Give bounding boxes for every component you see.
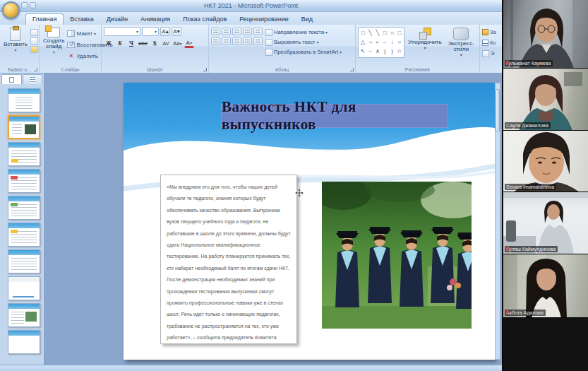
slide-thumbnail-3[interactable] [8, 142, 40, 166]
text-shadow-button[interactable]: S [150, 39, 160, 48]
font-name-combo[interactable]: ▾ [104, 27, 140, 36]
increase-indent-button[interactable] [243, 28, 252, 35]
arrange-button[interactable]: Упорядочить ▾ [407, 27, 443, 64]
quick-access-toolbar[interactable] [21, 2, 36, 8]
bold-button[interactable]: Ж [104, 39, 114, 48]
participant-video-4 [503, 192, 588, 254]
convert-smartart-button[interactable]: Преобразовать в SmartArt▾ [265, 47, 342, 57]
slide-thumbnail-1[interactable] [8, 88, 40, 112]
tab-insert[interactable]: Вставка [64, 14, 100, 25]
change-case-button[interactable]: Аа▾ [172, 39, 183, 48]
numbering-button[interactable] [222, 28, 231, 35]
video-tile-3[interactable]: Sevara Imamatdinova [503, 131, 588, 192]
undo-icon[interactable] [30, 2, 36, 8]
video-tile-5[interactable]: Акбота Адилова [503, 254, 588, 318]
smartart-icon [265, 49, 272, 56]
underline-button[interactable]: Ч [126, 39, 136, 48]
video-tile-2[interactable]: Сауле Джамилова [503, 69, 588, 131]
character-spacing-button[interactable]: AV [161, 39, 171, 48]
slide-thumbnail-8[interactable] [8, 276, 40, 300]
strikethrough-button[interactable]: abc [138, 39, 148, 48]
tab-design[interactable]: Дизайн [100, 14, 134, 25]
align-right-button[interactable] [232, 37, 241, 45]
tab-view[interactable]: Вид [295, 14, 319, 25]
muted-mic-icon [505, 60, 510, 66]
participant-video-2 [503, 69, 588, 131]
workspace: Важность НКТ для выпускников «Мы внедряе… [0, 73, 502, 365]
slide-thumbnail-6[interactable] [8, 223, 40, 247]
layout-icon [67, 30, 75, 37]
participant-video-5 [503, 254, 588, 318]
slide-thumbnail-7[interactable] [8, 249, 40, 273]
slide-thumbnail-5[interactable] [8, 196, 40, 220]
shape-fill-button[interactable]: За [482, 28, 502, 37]
quick-styles-button[interactable]: Экспресс-стили ▾ [445, 27, 477, 64]
tab-animation[interactable]: Анимация [134, 14, 176, 25]
participant-name-label: Sevara Imamatdinova [505, 184, 556, 190]
slide-thumbnail-10[interactable] [8, 330, 40, 354]
font-color-button[interactable]: А▾ [184, 39, 194, 48]
dialog-launcher-icon[interactable] [34, 68, 37, 71]
tab-slideshow[interactable]: Показ слайдов [176, 14, 233, 25]
align-text-icon [265, 39, 272, 46]
group-label-slides: Слайды [40, 67, 101, 72]
dialog-launcher-icon[interactable] [203, 68, 207, 71]
new-slide-button[interactable]: Создать слайд ▾ [42, 27, 66, 64]
delete-icon: × [67, 53, 75, 59]
video-tile-4[interactable]: Куляш Каймулдинова [503, 192, 588, 254]
graduates-photo[interactable] [322, 182, 472, 329]
sidebar-empty-area [503, 318, 588, 370]
shapes-gallery[interactable]: □╲╲□○□ △¬⌐←↓○ ↖~∧{}☆ [358, 27, 404, 58]
shape-outline-icon [482, 40, 488, 46]
participant-name-label: Куляш Каймулдинова [505, 246, 558, 252]
scrollbar-thumb[interactable] [496, 89, 500, 131]
video-tile-1[interactable]: Гульжанат Каумева [503, 0, 588, 69]
group-label-clipboard: Буфер о... [0, 67, 39, 72]
shape-effects-button[interactable]: Э [482, 49, 502, 58]
slide-canvas[interactable]: Важность НКТ для выпускников «Мы внедряе… [124, 83, 495, 360]
align-left-button[interactable] [211, 37, 220, 45]
ribbon: Вставить ▾ Буфер о... Создать слайд ▾ Ма… [0, 25, 502, 73]
window-title: НКТ 2021 - Microsoft PowerPoint [204, 2, 298, 9]
align-text-button[interactable]: Выровнять текст▾ [265, 37, 342, 47]
italic-button[interactable]: К [115, 39, 125, 48]
save-icon[interactable] [21, 2, 28, 8]
thumbnail-map [25, 312, 37, 322]
text-direction-button[interactable]: Направление текста▾ [265, 28, 342, 37]
line-spacing-button[interactable] [253, 28, 263, 35]
group-drawing: □╲╲□○□ △¬⌐←↓○ ↖~∧{}☆ Упорядочить ▾ Экспр… [356, 25, 480, 73]
tab-home[interactable]: Главная [25, 13, 64, 25]
shape-outline-button[interactable]: Ко [482, 38, 502, 47]
participant-name-label: Гульжанат Каумева [505, 60, 553, 66]
vertical-scrollbar[interactable] [495, 83, 500, 360]
slide-thumbnail-9[interactable] [8, 303, 40, 327]
shrink-font-button[interactable]: A▾ [172, 27, 181, 36]
format-painter-icon[interactable] [30, 46, 38, 53]
decrease-indent-button[interactable] [232, 28, 241, 35]
slide-title[interactable]: Важность НКТ для выпускников [221, 104, 448, 128]
muted-mic-icon [505, 310, 510, 316]
slide-thumbnail-2-active[interactable] [8, 115, 40, 139]
panel-tab-outline[interactable] [23, 74, 43, 84]
align-center-button[interactable] [222, 37, 231, 45]
office-button[interactable] [2, 1, 20, 19]
title-bar[interactable]: НКТ 2021 - Microsoft PowerPoint [0, 0, 502, 12]
shape-effects-icon [482, 50, 489, 57]
text-direction-icon [265, 29, 272, 36]
slide-thumbnail-4[interactable] [8, 169, 40, 193]
participant-name-label: Акбота Адилова [505, 310, 546, 316]
panel-tab-slides[interactable] [1, 74, 22, 84]
tab-review[interactable]: Рецензирование [233, 14, 295, 25]
font-size-combo[interactable]: ▾ [142, 27, 159, 36]
bullets-button[interactable] [211, 28, 220, 35]
columns-button[interactable] [253, 37, 263, 45]
paste-button[interactable]: Вставить ▾ [2, 27, 29, 64]
justify-button[interactable] [243, 37, 252, 45]
slide-body-textbox[interactable]: «Мы внедряем это для того, чтобы наших д… [160, 175, 297, 344]
dialog-launcher-icon[interactable] [350, 68, 354, 71]
chevron-down-icon: ▾ [53, 49, 55, 55]
copy-icon[interactable] [30, 37, 38, 45]
grow-font-button[interactable]: A▴ [160, 27, 170, 36]
quick-styles-icon [453, 28, 469, 40]
cut-icon[interactable] [30, 29, 38, 36]
